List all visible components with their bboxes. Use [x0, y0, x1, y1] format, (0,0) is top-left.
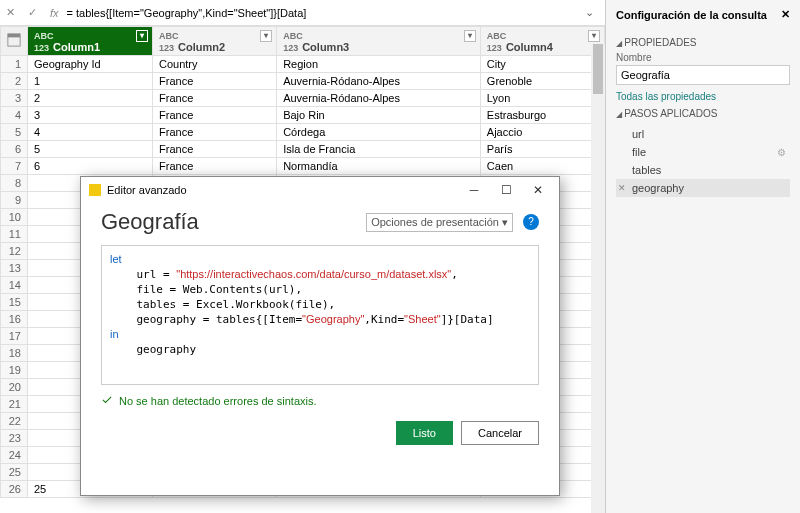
formula-input[interactable] — [67, 7, 577, 19]
column-header[interactable]: ABC123Column3▾ — [277, 27, 481, 56]
properties-section: PROPIEDADES — [616, 37, 790, 48]
step-settings-icon[interactable]: ⚙ — [777, 147, 786, 158]
minimize-button[interactable]: ─ — [461, 183, 487, 197]
table-row[interactable]: 21FranceAuvernia-Ródano-AlpesGrenoble — [1, 73, 605, 90]
fx-icon[interactable]: fx — [50, 7, 59, 19]
cancel-button[interactable]: Cancelar — [461, 421, 539, 445]
app-logo-icon — [89, 184, 101, 196]
vertical-scrollbar[interactable] — [591, 44, 605, 513]
formula-bar: ✕ ✓ fx ⌄ — [0, 0, 605, 26]
applied-steps-section: PASOS APLICADOS — [616, 108, 790, 119]
table-row[interactable]: 32FranceAuvernia-Ródano-AlpesLyon — [1, 90, 605, 107]
table-row[interactable]: 43FranceBajo RinEstrasburgo — [1, 107, 605, 124]
accept-icon[interactable]: ✓ — [28, 6, 42, 20]
name-label: Nombre — [616, 52, 790, 63]
table-corner[interactable] — [1, 27, 28, 56]
applied-step[interactable]: ✕geography — [616, 179, 790, 197]
close-button[interactable]: ✕ — [525, 183, 551, 197]
close-panel-icon[interactable]: ✕ — [781, 8, 790, 21]
column-filter-icon[interactable]: ▾ — [136, 30, 148, 42]
formula-dropdown-icon[interactable]: ⌄ — [585, 6, 599, 19]
column-header[interactable]: ABC123Column4▾ — [480, 27, 604, 56]
dialog-title: Editor avanzado — [107, 184, 455, 196]
column-header[interactable]: ABC123Column1▾ — [28, 27, 153, 56]
column-filter-icon[interactable]: ▾ — [464, 30, 476, 42]
applied-step[interactable]: file⚙ — [616, 143, 790, 161]
advanced-editor-dialog: Editor avanzado ─ ☐ ✕ Geografía Opciones… — [80, 176, 560, 496]
done-button[interactable]: Listo — [396, 421, 453, 445]
column-filter-icon[interactable]: ▾ — [588, 30, 600, 42]
applied-step[interactable]: tables — [616, 161, 790, 179]
table-row[interactable]: 1Geography IdCountryRegionCity — [1, 56, 605, 73]
table-row[interactable]: 76FranceNormandíaCaen — [1, 158, 605, 175]
delete-step-icon[interactable]: ✕ — [618, 183, 626, 193]
display-options-dropdown[interactable]: Opciones de presentación ▾ — [366, 213, 513, 232]
table-row[interactable]: 54FranceCórdegaAjaccio — [1, 124, 605, 141]
column-filter-icon[interactable]: ▾ — [260, 30, 272, 42]
applied-step[interactable]: url — [616, 125, 790, 143]
svg-rect-1 — [8, 34, 20, 38]
panel-title: Configuración de la consulta — [616, 9, 767, 21]
all-properties-link[interactable]: Todas las propiedades — [616, 91, 790, 102]
code-editor[interactable]: let url = "https://interactivechaos.com/… — [101, 245, 539, 385]
maximize-button[interactable]: ☐ — [493, 183, 519, 197]
column-header[interactable]: ABC123Column2▾ — [153, 27, 277, 56]
help-icon[interactable]: ? — [523, 214, 539, 230]
syntax-status: No se han detectado errores de sintaxis. — [101, 395, 539, 407]
query-name-input[interactable] — [616, 65, 790, 85]
table-row[interactable]: 65FranceIsla de FranciaParís — [1, 141, 605, 158]
query-settings-panel: Configuración de la consulta✕ PROPIEDADE… — [606, 0, 800, 513]
dialog-heading: Geografía — [101, 209, 199, 235]
cancel-icon[interactable]: ✕ — [6, 6, 20, 20]
